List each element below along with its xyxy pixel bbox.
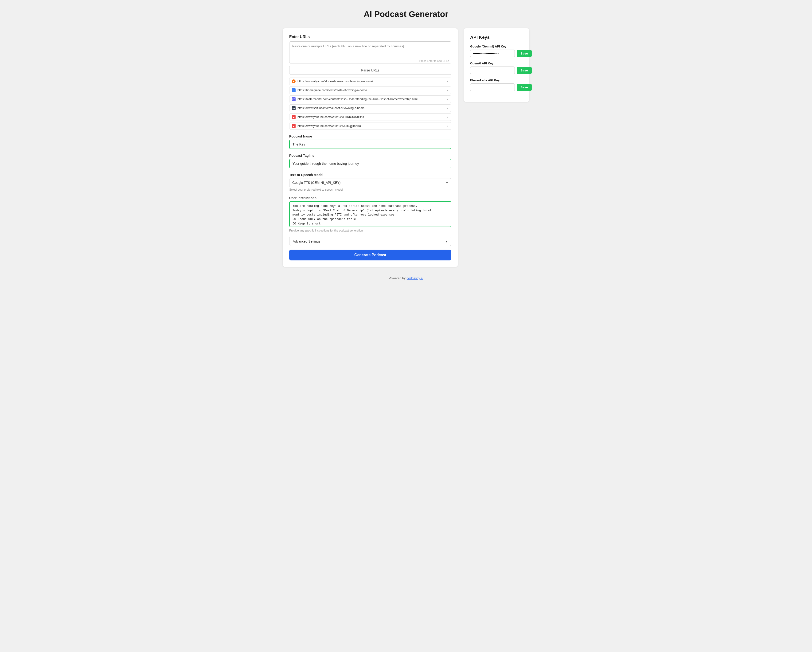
tts-select[interactable]: Google TTS (GEMINI_API_KEY) OpenAI TTS E…: [289, 178, 451, 187]
user-instructions-label: User Instructions: [289, 196, 451, 200]
gemini-api-key-input[interactable]: [470, 50, 515, 57]
favicon-faster-icon: FC: [292, 97, 296, 101]
enter-urls-title: Enter URLs: [289, 35, 451, 39]
footer-link[interactable]: podcastfy.ai: [406, 276, 423, 280]
url-list: ● https://www.ally.com/stories/home/cost…: [289, 78, 451, 130]
gemini-api-key-block: Google (Gemini) API Key Save: [470, 45, 523, 57]
url-textarea[interactable]: [290, 41, 451, 58]
url-item: ▶ https://www.youtube.com/watch?v=LHRnUU…: [289, 113, 451, 121]
api-keys-title: API Keys: [470, 35, 523, 40]
url-text: https://www.youtube.com/watch?v=LHRnUUN8…: [298, 115, 444, 119]
favicon-self-icon: Self: [292, 106, 296, 110]
elevenlabs-api-key-label: ElevenLabs API Key: [470, 78, 523, 82]
url-textarea-wrapper: Press Enter to add URLs: [289, 41, 451, 63]
url-remove-button[interactable]: ×: [446, 124, 449, 128]
openai-api-key-label: OpenAI API Key: [470, 61, 523, 65]
openai-api-key-row: Save: [470, 67, 523, 74]
gemini-api-key-label: Google (Gemini) API Key: [470, 45, 523, 48]
url-text: https://www.ally.com/stories/home/cost-o…: [298, 80, 444, 83]
user-instructions-section: User Instructions You are hosting "The K…: [289, 196, 451, 232]
podcast-name-input[interactable]: [289, 140, 451, 149]
podcast-tagline-input[interactable]: [289, 159, 451, 168]
favicon-homeguide-icon: ⌂: [292, 89, 296, 92]
url-remove-button[interactable]: ×: [446, 115, 449, 119]
elevenlabs-api-key-block: ElevenLabs API Key Save: [470, 78, 523, 91]
url-item: Self https://www.self.inc/info/real-cost…: [289, 104, 451, 112]
url-textarea-hint: Press Enter to add URLs: [290, 59, 451, 63]
parse-urls-button[interactable]: Parse URLs: [289, 66, 451, 75]
tts-select-wrapper: Google TTS (GEMINI_API_KEY) OpenAI TTS E…: [289, 178, 451, 187]
podcast-name-section: Podcast Name: [289, 134, 451, 149]
url-item: ⌂ https://homeguide.com/costs/costs-of-o…: [289, 87, 451, 94]
advanced-settings-arrow-icon: ▼: [445, 240, 448, 243]
footer: Powered by podcastfy.ai: [5, 276, 807, 280]
url-text: https://www.self.inc/info/real-cost-of-o…: [298, 107, 444, 110]
elevenlabs-api-key-row: Save: [470, 84, 523, 91]
favicon-youtube-icon: ▶: [292, 115, 296, 119]
openai-api-key-input[interactable]: [470, 67, 515, 74]
elevenlabs-api-key-input[interactable]: [470, 84, 515, 91]
podcast-tagline-section: Podcast Tagline: [289, 154, 451, 168]
url-text: https://fastercapital.com/content/Cost--…: [298, 98, 444, 101]
favicon-youtube-icon: ▶: [292, 124, 296, 128]
main-card: Enter URLs Press Enter to add URLs Parse…: [282, 28, 458, 267]
enter-urls-section: Enter URLs Press Enter to add URLs Parse…: [289, 35, 451, 130]
openai-api-key-block: OpenAI API Key Save: [470, 61, 523, 74]
generate-podcast-button[interactable]: Generate Podcast: [289, 250, 451, 260]
podcast-tagline-label: Podcast Tagline: [289, 154, 451, 157]
advanced-settings-label: Advanced Settings: [293, 240, 320, 243]
url-remove-button[interactable]: ×: [446, 107, 449, 110]
url-remove-button[interactable]: ×: [446, 80, 449, 83]
favicon-ally-icon: ●: [292, 79, 296, 83]
gemini-save-button[interactable]: Save: [517, 50, 532, 57]
url-remove-button[interactable]: ×: [446, 98, 449, 101]
tts-hint: Select your preferred text-to-speech mod…: [289, 188, 451, 191]
url-item: FC https://fastercapital.com/content/Cos…: [289, 95, 451, 103]
url-text: https://www.youtube.com/watch?v=J2lbQgTa…: [298, 124, 444, 128]
url-remove-button[interactable]: ×: [446, 89, 449, 92]
instructions-hint: Provide any specific instructions for th…: [289, 229, 451, 232]
user-instructions-textarea[interactable]: You are hosting "The Key" a Pod series a…: [289, 201, 451, 227]
url-item: ● https://www.ally.com/stories/home/cost…: [289, 78, 451, 85]
page-title: AI Podcast Generator: [5, 9, 807, 19]
url-text: https://homeguide.com/costs/costs-of-own…: [298, 89, 444, 92]
openai-save-button[interactable]: Save: [517, 67, 532, 74]
footer-text: Powered by: [389, 276, 406, 280]
main-layout: Enter URLs Press Enter to add URLs Parse…: [282, 28, 530, 267]
api-keys-card: API Keys Google (Gemini) API Key Save Op…: [464, 28, 530, 102]
tts-section: Text-to-Speech Model Google TTS (GEMINI_…: [289, 173, 451, 191]
podcast-name-label: Podcast Name: [289, 134, 451, 138]
url-item: ▶ https://www.youtube.com/watch?v=J2lbQg…: [289, 122, 451, 130]
elevenlabs-save-button[interactable]: Save: [517, 84, 532, 91]
tts-label: Text-to-Speech Model: [289, 173, 451, 177]
gemini-api-key-row: Save: [470, 50, 523, 57]
advanced-settings-bar[interactable]: Advanced Settings ▼: [289, 237, 451, 246]
